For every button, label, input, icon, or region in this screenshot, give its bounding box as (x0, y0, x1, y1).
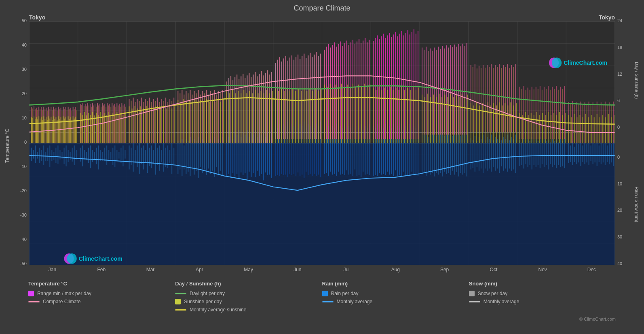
legend-item-temp-avg: Compare Climate (28, 299, 175, 304)
svg-rect-536 (467, 43, 467, 135)
svg-rect-227 (460, 136, 461, 173)
svg-rect-377 (131, 101, 132, 143)
svg-rect-362 (109, 104, 110, 143)
svg-rect-79 (147, 143, 148, 173)
svg-rect-238 (485, 140, 486, 168)
svg-rect-529 (452, 47, 453, 134)
svg-rect-608 (34, 116, 34, 143)
svg-rect-637 (69, 119, 70, 143)
svg-rect-210 (426, 130, 427, 176)
svg-rect-240 (489, 139, 490, 168)
svg-rect-63 (112, 148, 113, 165)
svg-rect-568 (536, 87, 536, 139)
svg-rect-658 (108, 112, 109, 143)
svg-rect-835 (611, 117, 612, 144)
svg-rect-634 (65, 117, 66, 143)
svg-rect-293 (601, 143, 602, 164)
svg-rect-643 (76, 120, 77, 143)
svg-rect-242 (493, 140, 494, 167)
svg-rect-87 (163, 143, 164, 172)
svg-rect-693 (203, 102, 204, 143)
svg-rect-83 (155, 143, 156, 174)
svg-rect-761 (399, 90, 399, 143)
svg-rect-297 (609, 143, 610, 164)
svg-rect-728 (304, 88, 304, 143)
svg-rect-473 (334, 43, 335, 139)
svg-rect-695 (209, 102, 210, 143)
svg-rect-72 (133, 143, 134, 172)
svg-rect-620 (48, 116, 49, 143)
svg-rect-812 (545, 115, 546, 143)
svg-point-841 (552, 57, 562, 68)
svg-rect-57 (100, 150, 101, 161)
svg-rect-691 (198, 102, 198, 143)
x-axis: Jan Feb Mar Apr May Jun Jul Aug Sep Oct … (29, 265, 615, 273)
svg-rect-102 (196, 141, 197, 171)
svg-rect-217 (440, 134, 441, 173)
svg-rect-732 (315, 88, 316, 143)
svg-rect-826 (585, 114, 586, 143)
svg-rect-539 (475, 64, 475, 132)
svg-rect-725 (295, 91, 296, 143)
svg-rect-723 (289, 91, 290, 143)
svg-rect-24 (31, 148, 32, 161)
svg-rect-59 (104, 148, 105, 161)
svg-rect-671 (140, 106, 141, 143)
svg-rect-829 (594, 117, 595, 144)
svg-rect-476 (340, 41, 341, 139)
svg-rect-709 (249, 91, 250, 143)
svg-rect-655 (102, 115, 103, 143)
svg-rect-767 (416, 90, 416, 143)
svg-rect-631 (62, 120, 63, 143)
svg-rect-250 (509, 140, 510, 168)
svg-rect-256 (524, 138, 524, 168)
svg-rect-113 (218, 139, 219, 174)
svg-rect-270 (552, 139, 553, 167)
svg-rect-584 (570, 104, 571, 143)
svg-rect-686 (183, 99, 184, 143)
svg-rect-800 (510, 102, 511, 143)
svg-rect-553 (503, 65, 504, 133)
svg-rect-73 (135, 150, 136, 163)
svg-rect-605 (613, 102, 614, 143)
svg-rect-768 (418, 87, 419, 143)
svg-rect-724 (292, 88, 293, 143)
svg-rect-743 (347, 85, 348, 143)
svg-rect-678 (160, 108, 161, 143)
svg-rect-614 (41, 117, 42, 143)
svg-rect-108 (208, 143, 209, 168)
svg-rect-739 (336, 85, 336, 143)
svg-rect-513 (418, 31, 418, 139)
legend-group-temperature: Temperature °C Range min / max per day C… (28, 281, 175, 313)
svg-rect-43 (70, 152, 71, 160)
legend-box-rain (322, 291, 328, 296)
svg-rect-41 (66, 145, 67, 166)
svg-rect-745 (353, 84, 353, 143)
svg-rect-374 (124, 104, 125, 143)
svg-rect-612 (38, 116, 39, 143)
legend-line-temp-avg (28, 301, 40, 302)
svg-rect-824 (579, 115, 580, 143)
svg-rect-114 (220, 141, 221, 171)
svg-rect-670 (137, 108, 138, 143)
svg-rect-546 (489, 67, 490, 132)
svg-rect-635 (67, 120, 68, 143)
svg-rect-561 (522, 89, 522, 139)
svg-rect-265 (542, 143, 543, 164)
svg-rect-823 (576, 117, 577, 144)
svg-rect-706 (241, 93, 241, 143)
svg-rect-831 (600, 117, 600, 144)
city-left-label: Tokyo (29, 14, 45, 21)
svg-rect-644 (80, 113, 81, 143)
svg-rect-710 (252, 93, 253, 143)
svg-rect-792 (488, 102, 488, 143)
svg-rect-641 (74, 119, 75, 143)
svg-rect-530 (454, 45, 455, 135)
svg-rect-527 (448, 48, 449, 135)
legend-line-snow-avg (469, 301, 480, 302)
svg-rect-589 (580, 102, 581, 143)
svg-rect-251 (511, 137, 512, 171)
svg-rect-247 (503, 137, 504, 171)
svg-rect-263 (538, 141, 538, 165)
svg-rect-774 (436, 97, 437, 143)
